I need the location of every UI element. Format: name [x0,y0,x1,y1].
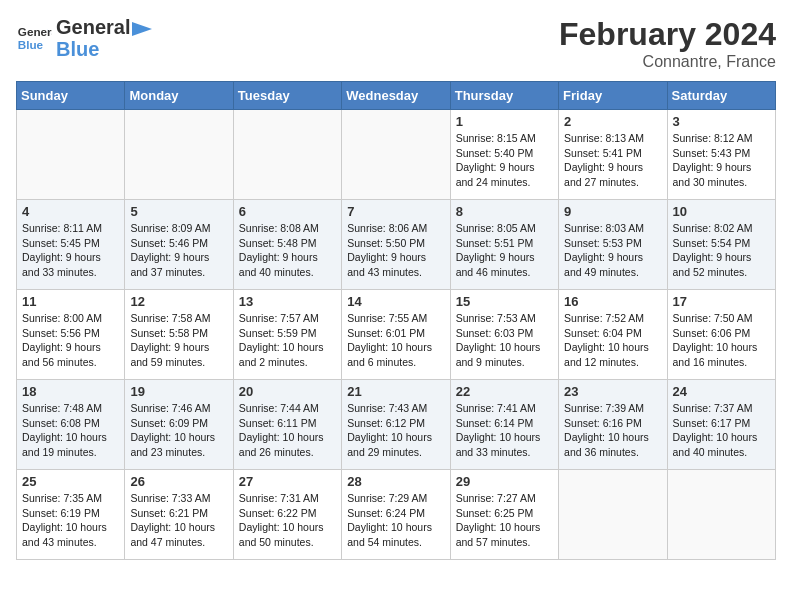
calendar-cell: 5Sunrise: 8:09 AM Sunset: 5:46 PM Daylig… [125,200,233,290]
calendar-cell: 8Sunrise: 8:05 AM Sunset: 5:51 PM Daylig… [450,200,558,290]
cell-info: Sunrise: 7:31 AM Sunset: 6:22 PM Dayligh… [239,491,336,550]
calendar-cell: 2Sunrise: 8:13 AM Sunset: 5:41 PM Daylig… [559,110,667,200]
day-number: 11 [22,294,119,309]
column-header-sunday: Sunday [17,82,125,110]
calendar-cell: 13Sunrise: 7:57 AM Sunset: 5:59 PM Dayli… [233,290,341,380]
cell-info: Sunrise: 8:00 AM Sunset: 5:56 PM Dayligh… [22,311,119,370]
calendar-cell: 6Sunrise: 8:08 AM Sunset: 5:48 PM Daylig… [233,200,341,290]
day-number: 14 [347,294,444,309]
cell-info: Sunrise: 7:33 AM Sunset: 6:21 PM Dayligh… [130,491,227,550]
calendar-cell: 24Sunrise: 7:37 AM Sunset: 6:17 PM Dayli… [667,380,775,470]
calendar-cell: 10Sunrise: 8:02 AM Sunset: 5:54 PM Dayli… [667,200,775,290]
day-number: 5 [130,204,227,219]
svg-text:Blue: Blue [18,38,44,51]
calendar-week-row: 4Sunrise: 8:11 AM Sunset: 5:45 PM Daylig… [17,200,776,290]
cell-info: Sunrise: 7:58 AM Sunset: 5:58 PM Dayligh… [130,311,227,370]
calendar-cell: 9Sunrise: 8:03 AM Sunset: 5:53 PM Daylig… [559,200,667,290]
calendar-cell [559,470,667,560]
calendar-cell [233,110,341,200]
calendar-title-block: February 2024 Connantre, France [559,16,776,71]
calendar-cell: 18Sunrise: 7:48 AM Sunset: 6:08 PM Dayli… [17,380,125,470]
day-number: 12 [130,294,227,309]
day-number: 4 [22,204,119,219]
day-number: 20 [239,384,336,399]
calendar-cell [17,110,125,200]
cell-info: Sunrise: 7:29 AM Sunset: 6:24 PM Dayligh… [347,491,444,550]
calendar-week-row: 18Sunrise: 7:48 AM Sunset: 6:08 PM Dayli… [17,380,776,470]
day-number: 10 [673,204,770,219]
cell-info: Sunrise: 8:05 AM Sunset: 5:51 PM Dayligh… [456,221,553,280]
cell-info: Sunrise: 8:02 AM Sunset: 5:54 PM Dayligh… [673,221,770,280]
cell-info: Sunrise: 7:52 AM Sunset: 6:04 PM Dayligh… [564,311,661,370]
calendar-cell: 23Sunrise: 7:39 AM Sunset: 6:16 PM Dayli… [559,380,667,470]
day-number: 16 [564,294,661,309]
calendar-cell: 1Sunrise: 8:15 AM Sunset: 5:40 PM Daylig… [450,110,558,200]
calendar-cell: 14Sunrise: 7:55 AM Sunset: 6:01 PM Dayli… [342,290,450,380]
logo: General Blue General Blue [16,16,152,60]
day-number: 2 [564,114,661,129]
cell-info: Sunrise: 7:50 AM Sunset: 6:06 PM Dayligh… [673,311,770,370]
cell-info: Sunrise: 8:08 AM Sunset: 5:48 PM Dayligh… [239,221,336,280]
calendar-cell: 28Sunrise: 7:29 AM Sunset: 6:24 PM Dayli… [342,470,450,560]
day-number: 1 [456,114,553,129]
calendar-week-row: 1Sunrise: 8:15 AM Sunset: 5:40 PM Daylig… [17,110,776,200]
calendar-cell: 7Sunrise: 8:06 AM Sunset: 5:50 PM Daylig… [342,200,450,290]
cell-info: Sunrise: 8:09 AM Sunset: 5:46 PM Dayligh… [130,221,227,280]
day-number: 24 [673,384,770,399]
day-number: 26 [130,474,227,489]
day-number: 17 [673,294,770,309]
day-number: 29 [456,474,553,489]
calendar-cell: 15Sunrise: 7:53 AM Sunset: 6:03 PM Dayli… [450,290,558,380]
day-number: 6 [239,204,336,219]
cell-info: Sunrise: 8:12 AM Sunset: 5:43 PM Dayligh… [673,131,770,190]
cell-info: Sunrise: 7:39 AM Sunset: 6:16 PM Dayligh… [564,401,661,460]
calendar-cell: 20Sunrise: 7:44 AM Sunset: 6:11 PM Dayli… [233,380,341,470]
cell-info: Sunrise: 7:44 AM Sunset: 6:11 PM Dayligh… [239,401,336,460]
cell-info: Sunrise: 7:41 AM Sunset: 6:14 PM Dayligh… [456,401,553,460]
calendar-header-row: SundayMondayTuesdayWednesdayThursdayFrid… [17,82,776,110]
cell-info: Sunrise: 7:27 AM Sunset: 6:25 PM Dayligh… [456,491,553,550]
calendar-cell: 29Sunrise: 7:27 AM Sunset: 6:25 PM Dayli… [450,470,558,560]
calendar-week-row: 11Sunrise: 8:00 AM Sunset: 5:56 PM Dayli… [17,290,776,380]
day-number: 27 [239,474,336,489]
calendar-cell: 19Sunrise: 7:46 AM Sunset: 6:09 PM Dayli… [125,380,233,470]
calendar-cell: 16Sunrise: 7:52 AM Sunset: 6:04 PM Dayli… [559,290,667,380]
cell-info: Sunrise: 7:43 AM Sunset: 6:12 PM Dayligh… [347,401,444,460]
column-header-saturday: Saturday [667,82,775,110]
day-number: 3 [673,114,770,129]
calendar-cell [342,110,450,200]
day-number: 9 [564,204,661,219]
column-header-tuesday: Tuesday [233,82,341,110]
cell-info: Sunrise: 8:03 AM Sunset: 5:53 PM Dayligh… [564,221,661,280]
svg-text:General: General [18,25,52,38]
cell-info: Sunrise: 8:15 AM Sunset: 5:40 PM Dayligh… [456,131,553,190]
day-number: 18 [22,384,119,399]
logo-arrow-icon [132,22,152,36]
calendar-cell: 25Sunrise: 7:35 AM Sunset: 6:19 PM Dayli… [17,470,125,560]
cell-info: Sunrise: 7:46 AM Sunset: 6:09 PM Dayligh… [130,401,227,460]
calendar-cell: 26Sunrise: 7:33 AM Sunset: 6:21 PM Dayli… [125,470,233,560]
calendar-cell [667,470,775,560]
day-number: 22 [456,384,553,399]
calendar-cell [125,110,233,200]
logo-blue: Blue [56,38,152,60]
cell-info: Sunrise: 8:06 AM Sunset: 5:50 PM Dayligh… [347,221,444,280]
logo-text: General [56,16,152,38]
cell-info: Sunrise: 8:13 AM Sunset: 5:41 PM Dayligh… [564,131,661,190]
day-number: 28 [347,474,444,489]
svg-marker-4 [132,22,152,36]
calendar-cell: 17Sunrise: 7:50 AM Sunset: 6:06 PM Dayli… [667,290,775,380]
calendar-cell: 21Sunrise: 7:43 AM Sunset: 6:12 PM Dayli… [342,380,450,470]
column-header-monday: Monday [125,82,233,110]
cell-info: Sunrise: 7:55 AM Sunset: 6:01 PM Dayligh… [347,311,444,370]
column-header-wednesday: Wednesday [342,82,450,110]
page-header: General Blue General Blue February 2024 … [16,16,776,71]
calendar-cell: 22Sunrise: 7:41 AM Sunset: 6:14 PM Dayli… [450,380,558,470]
calendar-cell: 11Sunrise: 8:00 AM Sunset: 5:56 PM Dayli… [17,290,125,380]
day-number: 25 [22,474,119,489]
cell-info: Sunrise: 7:35 AM Sunset: 6:19 PM Dayligh… [22,491,119,550]
day-number: 23 [564,384,661,399]
day-number: 13 [239,294,336,309]
calendar-cell: 27Sunrise: 7:31 AM Sunset: 6:22 PM Dayli… [233,470,341,560]
day-number: 8 [456,204,553,219]
